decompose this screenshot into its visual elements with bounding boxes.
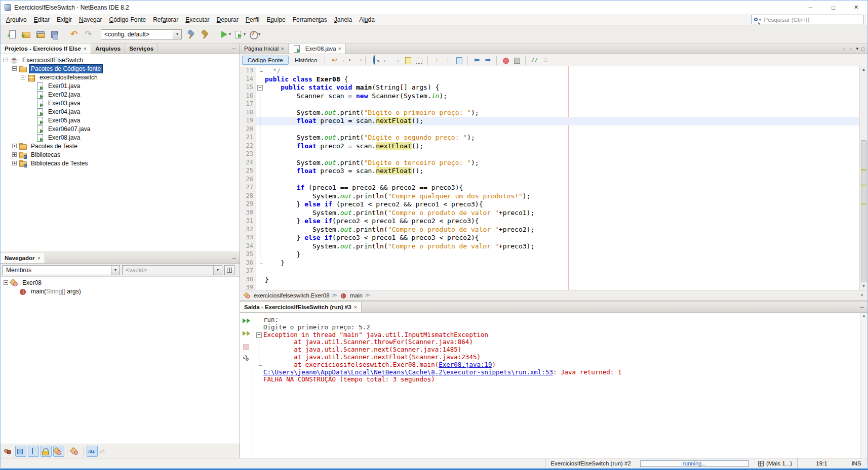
output-scrollbar[interactable]: ▲ bbox=[860, 313, 867, 458]
output-line[interactable]: Digite o primeiro preço: 5.2 bbox=[255, 323, 867, 331]
stop-build-button[interactable] bbox=[242, 341, 251, 351]
projects-tree-item[interactable]: Exer04.java bbox=[1, 107, 240, 116]
expand-toggle-icon[interactable]: − bbox=[4, 58, 8, 62]
output-line[interactable]: at java.util.Scanner.nextFloat(Scanner.j… bbox=[255, 353, 867, 361]
tab-arquivos[interactable]: Arquivos bbox=[91, 44, 125, 54]
breadcrumb-class[interactable]: exerciciosifelseswitch.Exer08 bbox=[254, 292, 330, 298]
menu-equipe[interactable]: Equipe bbox=[263, 15, 289, 24]
previous-bookmark-button[interactable]: ↑ bbox=[431, 55, 442, 65]
code-line-21[interactable]: 21 System.out.print("Digite o segundo pr… bbox=[240, 134, 859, 142]
debug-project-button[interactable]: ▾ bbox=[233, 28, 247, 41]
expand-toggle-icon[interactable]: − bbox=[12, 66, 17, 71]
scrollbar-thumb[interactable] bbox=[861, 140, 866, 282]
forward-button[interactable]: →▾ bbox=[351, 55, 362, 65]
code-editor[interactable]: 13 */14public class Exer08 {15 public st… bbox=[240, 66, 867, 290]
comment-button[interactable]: // bbox=[529, 55, 539, 65]
code-line-19[interactable]: 19 float preco1 = scan.nextFloat(); bbox=[240, 117, 859, 125]
expand-toggle-icon[interactable]: + bbox=[12, 161, 17, 165]
maximize-view-button[interactable]: □ bbox=[860, 46, 865, 52]
shift-right-button[interactable]: ⇒ bbox=[483, 55, 493, 65]
navigator-grid-button[interactable] bbox=[224, 265, 234, 275]
shift-left-button[interactable]: ⇐ bbox=[471, 55, 482, 65]
close-icon[interactable]: × bbox=[338, 46, 341, 52]
navigator-minimize-button[interactable]: ─ bbox=[228, 253, 240, 263]
projects-tree-item[interactable]: Exer03.java bbox=[1, 99, 240, 107]
show-non-public-members-button[interactable] bbox=[41, 446, 52, 457]
code-line-32[interactable]: 32 System.out.println("Compre o produto … bbox=[240, 226, 859, 234]
tab-list-button[interactable]: ▾ bbox=[855, 46, 859, 51]
fold-toggle-icon[interactable] bbox=[256, 83, 263, 92]
output-minimize-button[interactable]: ─ bbox=[856, 302, 867, 312]
menu-refatorar[interactable]: Refatorar bbox=[149, 15, 182, 24]
breadcrumb-close-button[interactable]: × bbox=[856, 292, 867, 298]
menu-executar[interactable]: Executar bbox=[182, 15, 213, 24]
editor-tab-exer08-java[interactable]: Exer08.java× bbox=[289, 44, 346, 54]
close-button[interactable]: ✕ bbox=[845, 1, 867, 14]
toggle-bookmark-button[interactable] bbox=[454, 55, 464, 65]
history-view-button[interactable]: Histórico bbox=[290, 56, 323, 64]
code-line-13[interactable]: 13 */ bbox=[240, 67, 859, 75]
code-line-15[interactable]: 15 public static void main(String[] args… bbox=[240, 83, 859, 92]
rerun-button[interactable] bbox=[242, 316, 251, 325]
members-view-select[interactable]: Membros ▾ bbox=[3, 265, 120, 275]
combo-arrow-icon[interactable]: ▾ bbox=[111, 266, 120, 275]
search-input[interactable]: Pesquisar (Ctrl+I) bbox=[764, 17, 810, 23]
show-inherited-members-button[interactable] bbox=[3, 446, 14, 457]
show-fields-button[interactable] bbox=[15, 446, 26, 457]
code-line-37[interactable]: 37 bbox=[240, 267, 859, 276]
menu-arquivo[interactable]: Arquivo bbox=[3, 15, 30, 24]
output-line[interactable]: FALHA NA CONSTRUÇÃO (tempo total: 3 segu… bbox=[255, 375, 867, 383]
projects-tree-item[interactable]: −exerciciosifelseswitch bbox=[1, 73, 240, 81]
code-line-25[interactable]: 25 float preco3 = scan.nextFloat(); bbox=[240, 167, 859, 176]
uncomment-button[interactable]: ≡ bbox=[540, 55, 550, 65]
tab-servi-os[interactable]: Serviços bbox=[125, 44, 158, 54]
output-line[interactable]: at java.util.Scanner.next(Scanner.java:1… bbox=[255, 346, 867, 353]
stop-macro-recording-button[interactable] bbox=[511, 55, 522, 65]
code-line-27[interactable]: 27 if (preco1 == preco2 && preco2 == pre… bbox=[240, 184, 859, 192]
code-line-22[interactable]: 22 float preco2 = scan.nextFloat(); bbox=[240, 142, 859, 151]
save-all-button[interactable] bbox=[48, 28, 61, 41]
occurrence-mark[interactable] bbox=[861, 169, 866, 170]
show-static-members-button[interactable] bbox=[28, 446, 39, 457]
output-line[interactable]: Exception in thread "main" java.util.Inp… bbox=[255, 331, 867, 338]
code-line-38[interactable]: 38} bbox=[240, 276, 859, 284]
projects-tree-item[interactable]: +Pacotes de Teste bbox=[1, 142, 240, 150]
menu-navegar[interactable]: Navegar bbox=[75, 15, 105, 24]
toggle-highlight-search-button[interactable] bbox=[403, 55, 413, 65]
output-line[interactable]: run: bbox=[255, 316, 867, 323]
menu-ferramentas[interactable]: Ferramentas bbox=[289, 15, 331, 24]
ant-settings-button[interactable] bbox=[242, 354, 251, 363]
open-project-button[interactable] bbox=[33, 28, 47, 41]
tab-navigator[interactable]: Navegador × bbox=[1, 253, 45, 263]
menu-depurar[interactable]: Depurar bbox=[213, 15, 242, 24]
code-line-34[interactable]: 34 System.out.println("Compre o produto … bbox=[240, 242, 859, 251]
undo-button[interactable]: ↶ bbox=[67, 28, 81, 41]
code-line-18[interactable]: 18 System.out.print("Digite o primeiro p… bbox=[240, 109, 859, 117]
close-icon[interactable]: × bbox=[37, 255, 40, 261]
source-view-button[interactable]: Código-Fonte bbox=[242, 56, 289, 65]
projects-tree-item[interactable]: −☕ExerciciosIfElseSwitch bbox=[1, 56, 240, 64]
scroll-tabs-right-button[interactable]: ► bbox=[848, 47, 854, 51]
projects-tree-item[interactable]: Exer06e07.java bbox=[1, 124, 240, 133]
combo-arrow-icon[interactable]: ▾ bbox=[173, 30, 181, 39]
rectangular-selection-button[interactable] bbox=[414, 55, 424, 65]
expand-toggle-icon[interactable]: − bbox=[4, 280, 8, 285]
projects-tree-item[interactable]: +Bibliotecas de Testes bbox=[1, 159, 240, 167]
scroll-up-icon[interactable]: ▲ bbox=[860, 66, 867, 73]
new-file-button[interactable] bbox=[5, 28, 18, 41]
code-line-33[interactable]: 33 } else if(preco3 < preco1 && preco3 <… bbox=[240, 234, 859, 242]
menu-exibir[interactable]: Exibir bbox=[53, 15, 75, 24]
code-line-35[interactable]: 35 } bbox=[240, 250, 859, 259]
navigator-tree-item[interactable]: main(String[] args) bbox=[1, 287, 240, 295]
close-icon[interactable]: × bbox=[281, 46, 284, 52]
code-line-29[interactable]: 29 } else if (preco1 < preco2 && preco1 … bbox=[240, 200, 859, 209]
code-line-17[interactable]: 17 bbox=[240, 100, 859, 109]
tab-output[interactable]: Saída - ExerciciosIfElseSwitch (run) #3 … bbox=[240, 302, 362, 312]
next-bookmark-button[interactable]: ↓ bbox=[443, 55, 453, 65]
projects-tree-item[interactable]: +Bibliotecas bbox=[1, 150, 240, 159]
breadcrumb-method[interactable]: main bbox=[350, 292, 363, 298]
more-processes[interactable]: (Mais 1...) bbox=[753, 458, 797, 468]
find-selection-button[interactable] bbox=[369, 55, 379, 65]
find-previous-button[interactable]: ← bbox=[380, 55, 390, 65]
close-icon[interactable]: × bbox=[354, 304, 357, 310]
